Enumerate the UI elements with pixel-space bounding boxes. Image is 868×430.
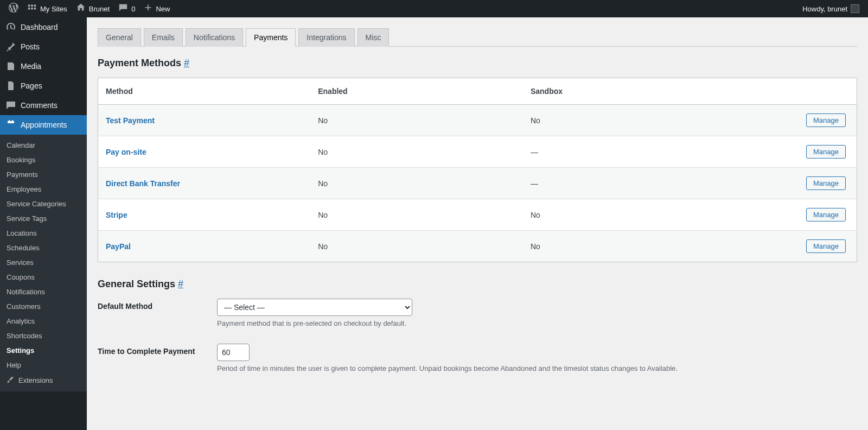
- calendar-icon: [5, 119, 16, 130]
- time-to-complete-input[interactable]: [217, 344, 250, 361]
- submenu-calendar[interactable]: Calendar: [0, 138, 87, 153]
- general-settings-heading: General Settings #: [98, 279, 857, 290]
- pin-icon: [5, 41, 16, 52]
- method-link[interactable]: Direct Bank Transfer: [106, 179, 180, 188]
- user-avatar-icon: [851, 4, 859, 13]
- payment-methods-heading: Payment Methods #: [98, 58, 857, 69]
- admin-sidebar: Dashboard Posts Media Pages Comments App…: [0, 17, 87, 400]
- submenu-employees[interactable]: Employees: [0, 182, 87, 197]
- submenu-payments[interactable]: Payments: [0, 167, 87, 182]
- sidebar-item-media[interactable]: Media: [0, 56, 87, 76]
- method-link[interactable]: Pay on-site: [106, 148, 146, 156]
- time-to-complete-label: Time to Complete Payment: [98, 344, 217, 356]
- new-link[interactable]: New: [139, 0, 174, 17]
- tab-misc[interactable]: Misc: [358, 28, 390, 47]
- manage-button[interactable]: Manage: [806, 176, 846, 190]
- sidebar-item-posts[interactable]: Posts: [0, 37, 87, 56]
- enabled-cell: No: [310, 168, 523, 199]
- admin-bar: My Sites Brunet 0 New Howdy, brunet: [0, 0, 868, 17]
- submenu-schedules[interactable]: Schedules: [0, 241, 87, 255]
- submenu-services[interactable]: Services: [0, 255, 87, 270]
- sidebar-label: Pages: [21, 81, 42, 90]
- sidebar-label: Dashboard: [21, 23, 58, 31]
- site-link[interactable]: Brunet: [72, 0, 114, 17]
- payment-methods-title: Payment Methods: [98, 58, 184, 68]
- pages-icon: [5, 80, 16, 91]
- sandbox-cell: No: [523, 105, 736, 136]
- sandbox-cell: —: [523, 136, 736, 168]
- method-link[interactable]: PayPal: [106, 242, 131, 251]
- wordpress-icon: [9, 3, 18, 15]
- time-to-complete-row: Time to Complete Payment Period of time …: [98, 344, 857, 372]
- table-row: Direct Bank TransferNo—Manage: [98, 168, 857, 199]
- howdy-link[interactable]: Howdy, brunet: [798, 0, 864, 17]
- tab-integrations[interactable]: Integrations: [298, 28, 354, 47]
- header-manage: [736, 78, 857, 105]
- enabled-cell: No: [310, 105, 523, 136]
- table-row: Pay on-siteNo—Manage: [98, 136, 857, 168]
- media-icon: [5, 61, 16, 72]
- submenu-extensions[interactable]: Extensions: [0, 372, 87, 388]
- sites-icon: [27, 3, 37, 15]
- general-settings-anchor[interactable]: #: [178, 279, 183, 289]
- dashboard-icon: [5, 22, 16, 33]
- submenu-analytics[interactable]: Analytics: [0, 314, 87, 328]
- comment-icon: [118, 3, 128, 15]
- plus-icon: [144, 3, 152, 14]
- header-method: Method: [98, 78, 311, 105]
- manage-button[interactable]: Manage: [806, 239, 846, 253]
- payment-methods-anchor[interactable]: #: [184, 58, 189, 68]
- manage-button[interactable]: Manage: [806, 145, 846, 159]
- sidebar-label: Posts: [21, 42, 40, 51]
- submenu-customers[interactable]: Customers: [0, 299, 87, 314]
- comments-link[interactable]: 0: [114, 0, 139, 17]
- tab-payments[interactable]: Payments: [246, 28, 296, 47]
- default-method-row: Default Method — Select — Payment method…: [98, 299, 857, 327]
- submenu-service-tags[interactable]: Service Tags: [0, 211, 87, 226]
- sidebar-item-comments[interactable]: Comments: [0, 96, 87, 115]
- method-link[interactable]: Stripe: [106, 211, 127, 219]
- default-method-select[interactable]: — Select —: [217, 299, 412, 316]
- submenu-locations[interactable]: Locations: [0, 226, 87, 241]
- enabled-cell: No: [310, 136, 523, 168]
- sidebar-label: Media: [21, 62, 41, 71]
- submenu-settings[interactable]: Settings: [0, 343, 87, 358]
- default-method-label: Default Method: [98, 299, 217, 311]
- method-link[interactable]: Test Payment: [106, 116, 155, 125]
- submenu-service-categories[interactable]: Service Categories: [0, 197, 87, 211]
- tab-general[interactable]: General: [98, 28, 141, 47]
- submenu-shortcodes[interactable]: Shortcodes: [0, 328, 87, 343]
- enabled-cell: No: [310, 199, 523, 231]
- comments-count: 0: [131, 5, 135, 13]
- manage-button[interactable]: Manage: [806, 208, 846, 222]
- manage-button[interactable]: Manage: [806, 113, 846, 127]
- submenu-notifications[interactable]: Notifications: [0, 284, 87, 299]
- table-header-row: Method Enabled Sandbox: [98, 78, 857, 105]
- sidebar-item-dashboard[interactable]: Dashboard: [0, 17, 87, 37]
- sandbox-cell: No: [523, 231, 736, 262]
- appointments-submenu: Calendar Bookings Payments Employees Ser…: [0, 135, 87, 391]
- tab-emails[interactable]: Emails: [144, 28, 183, 47]
- site-name-label: Brunet: [89, 5, 110, 13]
- brush-icon: [7, 376, 14, 385]
- sidebar-item-pages[interactable]: Pages: [0, 76, 87, 96]
- main-content: General Emails Notifications Payments In…: [87, 17, 868, 400]
- submenu-coupons[interactable]: Coupons: [0, 270, 87, 284]
- time-to-complete-desc: Period of time in minutes the user is gi…: [217, 364, 857, 372]
- home-icon: [76, 3, 86, 15]
- default-method-desc: Payment method that is pre-selected on c…: [217, 319, 857, 327]
- header-enabled: Enabled: [310, 78, 523, 105]
- sidebar-item-appointments[interactable]: Appointments: [0, 115, 87, 135]
- submenu-bookings[interactable]: Bookings: [0, 153, 87, 167]
- table-row: Test PaymentNoNoManage: [98, 105, 857, 136]
- howdy-text: Howdy, brunet: [802, 5, 847, 13]
- my-sites-link[interactable]: My Sites: [23, 0, 72, 17]
- header-sandbox: Sandbox: [523, 78, 736, 105]
- table-row: StripeNoNoManage: [98, 199, 857, 231]
- submenu-help[interactable]: Help: [0, 358, 87, 372]
- wp-logo[interactable]: [4, 0, 23, 17]
- tab-notifications[interactable]: Notifications: [186, 28, 243, 47]
- payment-methods-table: Method Enabled Sandbox Test PaymentNoNoM…: [98, 78, 857, 262]
- new-label: New: [156, 5, 170, 13]
- settings-tabs: General Emails Notifications Payments In…: [98, 28, 857, 47]
